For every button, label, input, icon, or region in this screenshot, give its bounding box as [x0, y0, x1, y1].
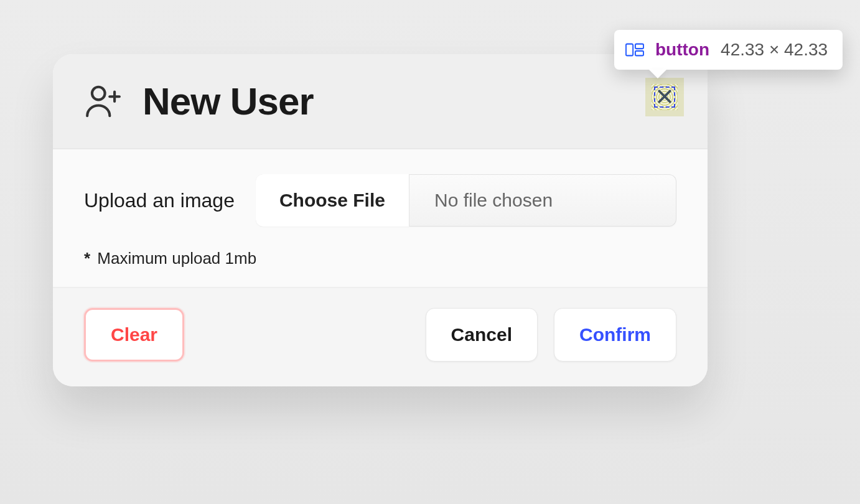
- dialog-title: New User: [143, 79, 314, 123]
- confirm-button[interactable]: Confirm: [554, 308, 676, 362]
- inspector-tag: button: [655, 40, 709, 60]
- upload-row: Upload an image Choose File No file chos…: [84, 174, 676, 226]
- upload-label: Upload an image: [84, 189, 235, 212]
- inspector-tooltip: button 42.33 × 42.33: [614, 30, 843, 70]
- footer-spacer: [200, 308, 409, 362]
- file-picker[interactable]: Choose File No file chosen: [256, 174, 676, 226]
- new-user-dialog: New User Upload an image Choose File No …: [53, 54, 708, 386]
- dialog-header: New User: [53, 54, 708, 149]
- svg-point-0: [92, 86, 105, 100]
- svg-rect-6: [635, 44, 643, 49]
- svg-rect-7: [635, 51, 643, 56]
- dialog-body: Upload an image Choose File No file chos…: [53, 149, 708, 288]
- inspector-dimensions: 42.33 × 42.33: [721, 40, 828, 60]
- svg-rect-5: [626, 44, 633, 56]
- flex-icon: [625, 43, 644, 57]
- dialog-header-left: New User: [84, 79, 314, 123]
- choose-file-button[interactable]: Choose File: [256, 174, 409, 226]
- dialog-footer: Clear Cancel Confirm: [53, 288, 708, 386]
- hint-text: Maximum upload 1mb: [93, 249, 256, 268]
- user-plus-icon: [84, 82, 123, 121]
- clear-button[interactable]: Clear: [84, 308, 184, 362]
- upload-hint: * Maximum upload 1mb: [84, 249, 676, 268]
- cancel-button[interactable]: Cancel: [426, 308, 538, 362]
- hint-asterisk: *: [84, 249, 90, 268]
- close-button[interactable]: [652, 84, 678, 110]
- file-status-text: No file chosen: [409, 174, 676, 226]
